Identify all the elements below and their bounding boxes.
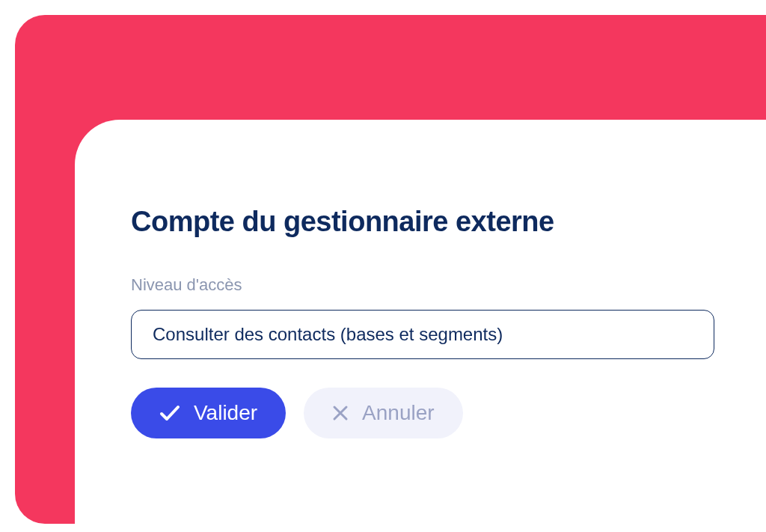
card-title: Compte du gestionnaire externe — [131, 206, 714, 238]
cancel-label: Annuler — [362, 401, 435, 425]
access-level-select[interactable]: Consulter des contacts (bases et segment… — [131, 310, 714, 359]
button-row: Valider Annuler — [131, 388, 714, 438]
cancel-button[interactable]: Annuler — [304, 388, 463, 438]
check-icon — [159, 405, 180, 421]
access-level-label: Niveau d'accès — [131, 275, 714, 295]
validate-label: Valider — [194, 401, 257, 425]
validate-button[interactable]: Valider — [131, 388, 286, 438]
close-icon — [332, 405, 349, 421]
manager-account-card: Compte du gestionnaire externe Niveau d'… — [75, 120, 766, 532]
select-value: Consulter des contacts (bases et segment… — [153, 324, 503, 344]
